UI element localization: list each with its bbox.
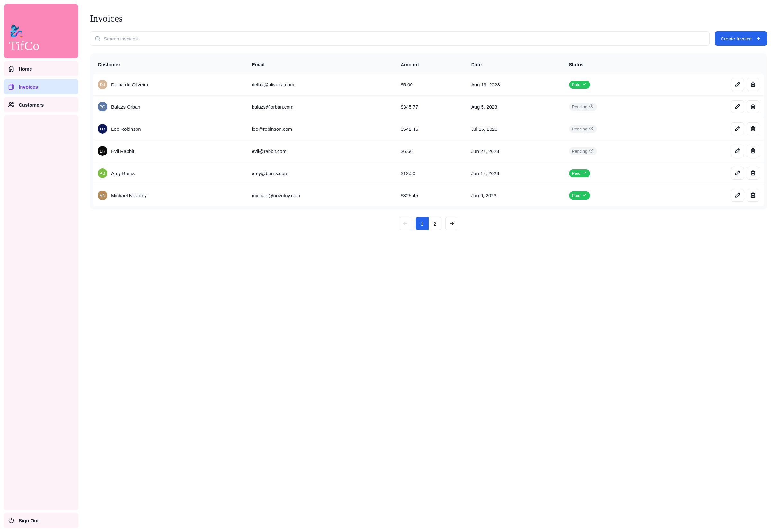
edit-button[interactable] bbox=[731, 123, 744, 135]
users-icon bbox=[8, 101, 15, 108]
table-row: BOBalazs Orbanbalazs@orban.com$345.77Aug… bbox=[93, 96, 764, 118]
document-duplicate-icon bbox=[8, 83, 15, 90]
trash-icon bbox=[750, 103, 756, 110]
invoice-date: Jun 17, 2023 bbox=[467, 162, 565, 184]
nav-customers-label: Customers bbox=[19, 102, 44, 108]
avatar: AB bbox=[98, 168, 107, 178]
delete-button[interactable] bbox=[746, 123, 760, 135]
check-icon bbox=[582, 82, 587, 87]
plus-icon bbox=[755, 36, 761, 41]
page-next[interactable] bbox=[445, 217, 458, 230]
status-badge: Pending bbox=[569, 147, 597, 155]
customer-email: evil@rabbit.com bbox=[247, 140, 396, 162]
status-label: Paid bbox=[572, 193, 581, 198]
arrow-right-icon bbox=[449, 221, 454, 227]
invoice-date: Aug 19, 2023 bbox=[467, 74, 565, 96]
avatar: LR bbox=[98, 124, 107, 134]
search-input[interactable] bbox=[90, 32, 710, 46]
sidebar-spacer bbox=[4, 115, 79, 510]
edit-button[interactable] bbox=[731, 167, 744, 180]
invoice-amount: $542.46 bbox=[396, 118, 467, 140]
page-2[interactable]: 2 bbox=[429, 217, 441, 230]
pencil-icon bbox=[734, 81, 741, 88]
table-row: DdDelba de Oliveiradelba@oliveira.com$5.… bbox=[93, 74, 764, 96]
status-badge: Pending bbox=[569, 103, 597, 111]
page-prev[interactable] bbox=[399, 217, 412, 230]
customer-name: Michael Novotny bbox=[111, 193, 147, 198]
search-icon bbox=[94, 35, 101, 42]
power-icon bbox=[8, 517, 15, 524]
col-amount: Amount bbox=[396, 56, 467, 74]
trash-icon bbox=[750, 81, 756, 88]
status-label: Pending bbox=[572, 149, 588, 154]
customer-name: Lee Robinson bbox=[111, 126, 141, 132]
table-row: LRLee Robinsonlee@robinson.com$542.46Jul… bbox=[93, 118, 764, 140]
customer-name: Amy Burns bbox=[111, 171, 135, 176]
edit-button[interactable] bbox=[731, 145, 744, 157]
delete-button[interactable] bbox=[746, 189, 760, 202]
nav-invoices-label: Invoices bbox=[19, 84, 38, 90]
clock-icon bbox=[589, 148, 594, 154]
svg-point-1 bbox=[9, 102, 11, 104]
pencil-icon bbox=[734, 103, 741, 110]
status-badge: Paid bbox=[569, 191, 590, 199]
invoices-table: Customer Email Amount Date Status DdDelb… bbox=[93, 56, 764, 206]
edit-button[interactable] bbox=[731, 100, 744, 113]
trash-icon bbox=[750, 170, 756, 177]
customer-name: Balazs Orban bbox=[111, 104, 140, 109]
page-title: Invoices bbox=[90, 13, 767, 24]
delete-button[interactable] bbox=[746, 167, 760, 180]
clock-icon bbox=[589, 126, 594, 132]
main: Invoices Create Invoice Customer Email A… bbox=[82, 0, 780, 532]
create-invoice-button[interactable]: Create Invoice bbox=[715, 32, 767, 46]
invoice-amount: $345.77 bbox=[396, 96, 467, 118]
avatar: ER bbox=[98, 146, 107, 156]
pagination: 12 bbox=[90, 217, 767, 230]
delete-button[interactable] bbox=[746, 78, 760, 91]
table-row: ABAmy Burnsamy@burns.com$12.50Jun 17, 20… bbox=[93, 162, 764, 184]
check-icon bbox=[582, 171, 587, 176]
svg-point-3 bbox=[95, 36, 99, 40]
customer-email: amy@burns.com bbox=[247, 162, 396, 184]
avatar: MN bbox=[98, 191, 107, 200]
sidebar: 🧞‍♀️ TifCo Home Invoices Customers Sign … bbox=[0, 0, 82, 532]
status-badge: Pending bbox=[569, 125, 597, 133]
nav-customers[interactable]: Customers bbox=[4, 97, 79, 112]
col-customer: Customer bbox=[93, 56, 247, 74]
pencil-icon bbox=[734, 125, 741, 133]
trash-icon bbox=[750, 147, 756, 155]
status-label: Paid bbox=[572, 171, 581, 176]
table-row: MNMichael Novotnymichael@novotny.com$325… bbox=[93, 184, 764, 206]
col-actions bbox=[661, 56, 764, 74]
col-status: Status bbox=[565, 56, 661, 74]
invoices-table-card: Customer Email Amount Date Status DdDelb… bbox=[90, 53, 767, 209]
delete-button[interactable] bbox=[746, 100, 760, 113]
status-label: Pending bbox=[572, 127, 588, 131]
invoice-amount: $6.66 bbox=[396, 140, 467, 162]
invoice-amount: $5.00 bbox=[396, 74, 467, 96]
page-1[interactable]: 1 bbox=[416, 217, 429, 230]
nav-home[interactable]: Home bbox=[4, 61, 79, 77]
delete-button[interactable] bbox=[746, 145, 760, 157]
brand-name: TifCo bbox=[9, 38, 73, 53]
customer-email: michael@novotny.com bbox=[247, 184, 396, 206]
edit-button[interactable] bbox=[731, 189, 744, 202]
customer-email: lee@robinson.com bbox=[247, 118, 396, 140]
status-label: Pending bbox=[572, 104, 588, 109]
home-icon bbox=[8, 65, 15, 72]
col-email: Email bbox=[247, 56, 396, 74]
brand-card: 🧞‍♀️ TifCo bbox=[4, 4, 79, 58]
customer-email: balazs@orban.com bbox=[247, 96, 396, 118]
toolbar: Create Invoice bbox=[90, 32, 767, 46]
nav-invoices[interactable]: Invoices bbox=[4, 79, 79, 94]
pencil-icon bbox=[734, 192, 741, 199]
customer-name: Evil Rabbit bbox=[111, 148, 134, 154]
pencil-icon bbox=[734, 170, 741, 177]
sign-out-label: Sign Out bbox=[19, 518, 39, 523]
table-row: EREvil Rabbitevil@rabbit.com$6.66Jun 27,… bbox=[93, 140, 764, 162]
nav: Home Invoices Customers bbox=[4, 61, 79, 112]
sign-out-button[interactable]: Sign Out bbox=[4, 513, 79, 528]
trash-icon bbox=[750, 192, 756, 199]
status-badge: Paid bbox=[569, 169, 590, 177]
edit-button[interactable] bbox=[731, 78, 744, 91]
